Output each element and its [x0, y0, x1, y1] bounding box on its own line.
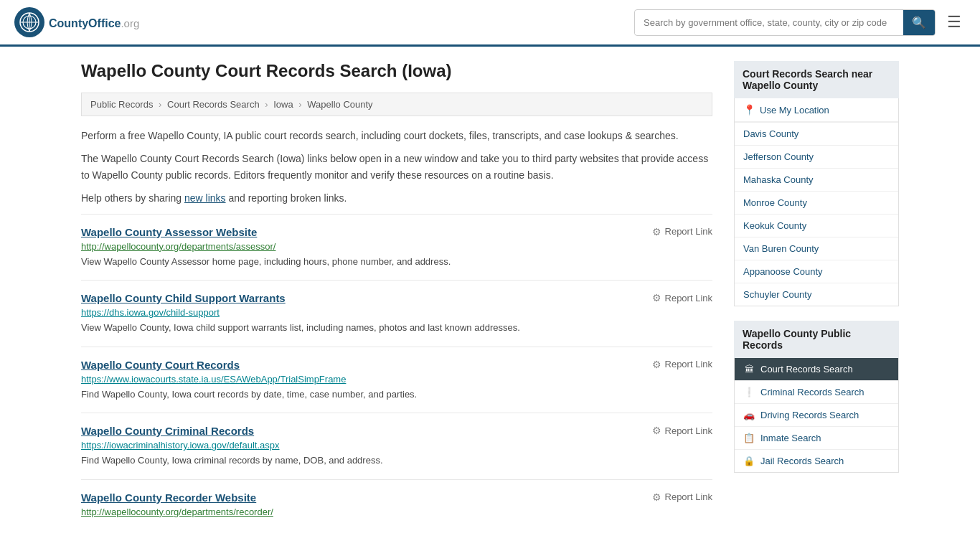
menu-button[interactable]: ☰	[943, 9, 966, 36]
sidebar-record-1[interactable]: ❕ Criminal Records Search	[735, 381, 898, 404]
result-url-4[interactable]: http://wapellocounty.org/departments/rec…	[81, 507, 712, 517]
nearby-header: Court Records Search near Wapello County	[734, 61, 899, 98]
results-list: Wapello County Assessor Website ⚙ Report…	[81, 214, 712, 532]
breadcrumb-court-records[interactable]: Court Records Search	[167, 99, 260, 110]
description-3: Help others by sharing new links and rep…	[81, 190, 712, 206]
breadcrumb-iowa[interactable]: Iowa	[273, 99, 293, 110]
report-label: Report Link	[665, 491, 712, 502]
report-link-4[interactable]: ⚙ Report Link	[652, 491, 712, 503]
report-link-0[interactable]: ⚙ Report Link	[652, 226, 712, 237]
nearby-section: Court Records Search near Wapello County…	[734, 61, 899, 306]
result-item: Wapello County Criminal Records ⚙ Report…	[81, 413, 712, 479]
record-label-4: Jail Records Search	[760, 456, 844, 466]
search-bar: 🔍	[634, 9, 936, 36]
result-desc-1: View Wapello County, Iowa child support …	[81, 321, 712, 335]
report-icon: ⚙	[652, 226, 661, 237]
result-desc-2: Find Wapello County, Iowa court records …	[81, 387, 712, 402]
result-url-2[interactable]: https://www.iowacourts.state.ia.us/ESAWe…	[81, 374, 712, 385]
result-item: Wapello County Assessor Website ⚙ Report…	[81, 214, 712, 281]
result-url-1[interactable]: https://dhs.iowa.gov/child-support	[81, 307, 712, 318]
logo-area: CountyOffice.org	[14, 7, 139, 37]
report-link-1[interactable]: ⚙ Report Link	[652, 292, 712, 303]
nearby-list: 📍 Use My Location Davis County Jefferson…	[734, 98, 899, 306]
report-label: Report Link	[665, 425, 712, 436]
sidebar-record-link-1[interactable]: ❕ Criminal Records Search	[735, 381, 898, 403]
sidebar: Court Records Search near Wapello County…	[734, 61, 899, 532]
use-location-label: Use My Location	[760, 105, 829, 116]
result-header: Wapello County Criminal Records ⚙ Report…	[81, 425, 712, 437]
search-button[interactable]: 🔍	[903, 10, 935, 35]
record-label-1: Criminal Records Search	[760, 387, 864, 397]
report-label: Report Link	[665, 226, 712, 237]
sidebar-record-0[interactable]: 🏛 Court Records Search	[735, 358, 898, 381]
sidebar-record-link-4[interactable]: 🔒 Jail Records Search	[735, 450, 898, 472]
breadcrumb-wapello[interactable]: Wapello County	[307, 99, 372, 110]
result-header: Wapello County Assessor Website ⚙ Report…	[81, 226, 712, 238]
result-title-3[interactable]: Wapello County Criminal Records	[81, 425, 254, 437]
nearby-county-davis[interactable]: Davis County	[735, 123, 898, 146]
new-links-link[interactable]: new links	[184, 192, 226, 204]
result-item: Wapello County Child Support Warrants ⚙ …	[81, 280, 712, 347]
record-icon-3: 📋	[743, 433, 755, 443]
logo-text: CountyOffice.org	[49, 14, 139, 31]
nearby-county-vanburen[interactable]: Van Buren County	[735, 237, 898, 260]
sidebar-record-4[interactable]: 🔒 Jail Records Search	[735, 450, 898, 472]
breadcrumb-public-records[interactable]: Public Records	[90, 99, 153, 110]
description-1: Perform a free Wapello County, IA public…	[81, 128, 712, 143]
report-icon: ⚙	[652, 491, 661, 503]
record-label-2: Driving Records Search	[760, 410, 859, 420]
nearby-county-appanoose[interactable]: Appanoose County	[735, 260, 898, 283]
report-label: Report Link	[665, 293, 712, 303]
nearby-county-mahaska[interactable]: Mahaska County	[735, 169, 898, 192]
sidebar-record-link-2[interactable]: 🚗 Driving Records Search	[735, 404, 898, 426]
records-header: Wapello County Public Records	[734, 321, 899, 358]
report-icon: ⚙	[652, 292, 661, 303]
logo-icon	[14, 7, 44, 37]
description-2: The Wapello County Court Records Search …	[81, 151, 712, 183]
result-header: Wapello County Court Records ⚙ Report Li…	[81, 359, 712, 371]
main-container: Wapello County Court Records Search (Iow…	[60, 47, 920, 546]
records-section: Wapello County Public Records 🏛 Court Re…	[734, 321, 899, 473]
report-icon: ⚙	[652, 359, 661, 370]
sidebar-record-2[interactable]: 🚗 Driving Records Search	[735, 404, 898, 427]
record-icon-1: ❕	[743, 387, 755, 397]
record-icon-4: 🔒	[743, 456, 755, 466]
record-icon-2: 🚗	[743, 410, 755, 420]
result-url-3[interactable]: https://iowacriminalhistory.iowa.gov/def…	[81, 440, 712, 451]
report-label: Report Link	[665, 359, 712, 369]
records-list: 🏛 Court Records Search ❕ Criminal Record…	[734, 358, 899, 473]
result-item: Wapello County Recorder Website ⚙ Report…	[81, 479, 712, 532]
breadcrumb: Public Records › Court Records Search › …	[81, 93, 712, 116]
result-title-2[interactable]: Wapello County Court Records	[81, 359, 240, 371]
record-icon-0: 🏛	[743, 364, 755, 375]
result-item: Wapello County Court Records ⚙ Report Li…	[81, 347, 712, 413]
result-title-4[interactable]: Wapello County Recorder Website	[81, 491, 256, 504]
search-input[interactable]	[635, 11, 903, 34]
report-icon: ⚙	[652, 425, 661, 436]
sidebar-record-3[interactable]: 📋 Inmate Search	[735, 427, 898, 450]
result-header: Wapello County Child Support Warrants ⚙ …	[81, 292, 712, 304]
use-location-item[interactable]: 📍 Use My Location	[735, 98, 898, 123]
result-header: Wapello County Recorder Website ⚙ Report…	[81, 491, 712, 504]
report-link-3[interactable]: ⚙ Report Link	[652, 425, 712, 436]
result-desc-3: Find Wapello County, Iowa criminal recor…	[81, 453, 712, 468]
record-label-0: Court Records Search	[760, 364, 853, 375]
header-right: 🔍 ☰	[634, 9, 966, 36]
site-header: CountyOffice.org 🔍 ☰	[0, 0, 980, 47]
sidebar-record-link-3[interactable]: 📋 Inmate Search	[735, 427, 898, 449]
record-label-3: Inmate Search	[760, 433, 821, 443]
nearby-county-jefferson[interactable]: Jefferson County	[735, 146, 898, 169]
result-title-1[interactable]: Wapello County Child Support Warrants	[81, 292, 286, 304]
location-icon: 📍	[743, 104, 755, 116]
sidebar-record-link-0[interactable]: 🏛 Court Records Search	[735, 358, 898, 380]
result-url-0[interactable]: http://wapellocounty.org/departments/ass…	[81, 241, 712, 252]
page-title: Wapello County Court Records Search (Iow…	[81, 61, 712, 81]
result-title-0[interactable]: Wapello County Assessor Website	[81, 226, 257, 238]
report-link-2[interactable]: ⚙ Report Link	[652, 359, 712, 370]
nearby-county-monroe[interactable]: Monroe County	[735, 192, 898, 215]
nearby-county-keokuk[interactable]: Keokuk County	[735, 215, 898, 237]
main-content: Wapello County Court Records Search (Iow…	[81, 61, 712, 532]
nearby-county-schuyler[interactable]: Schuyler County	[735, 283, 898, 306]
search-icon: 🔍	[912, 17, 926, 29]
result-desc-0: View Wapello County Assessor home page, …	[81, 255, 712, 269]
